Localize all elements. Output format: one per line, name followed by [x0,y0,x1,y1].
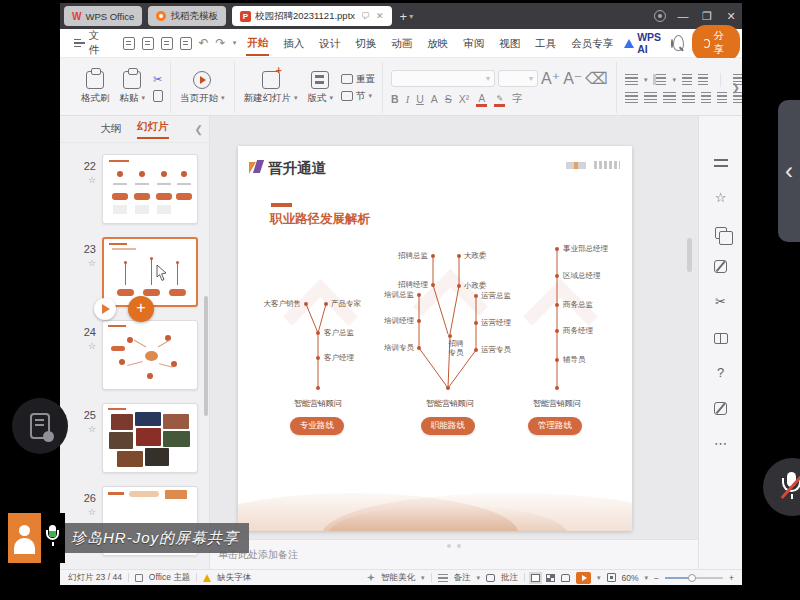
help-icon[interactable]: ? [713,365,729,381]
output-pdf-icon[interactable] [142,37,154,50]
zoom-slider[interactable] [665,577,723,579]
cut-icon[interactable]: ✂ [153,73,162,86]
star-icon[interactable]: ☆ [88,341,96,351]
strikethrough-button[interactable]: S [445,93,452,105]
thumbnail[interactable] [102,154,198,224]
close-tab-icon[interactable]: ✕ [376,11,384,21]
star-icon[interactable]: ☆ [88,175,96,185]
font-name-select[interactable]: ▾ [391,70,495,87]
print-preview-icon[interactable] [180,37,192,50]
tab-presentation-file[interactable]: P 校园招聘20231121.pptx 🗩 ✕ [232,6,392,26]
toolbar-expand-chevron-icon[interactable]: ❯ [732,82,740,93]
align-right-icon[interactable] [663,92,676,103]
share-button[interactable]: 分享 [692,25,740,61]
undo-icon[interactable]: ↶ [199,36,209,50]
redo-icon[interactable]: ↷ [216,36,226,50]
vc-panel-collapse-tab[interactable]: ‹ [778,100,800,242]
comment-bubble-icon[interactable]: 🗩 [361,11,370,21]
decrease-font-icon[interactable]: A⁻ [563,69,582,88]
thumbnail[interactable] [102,237,198,307]
zoom-in-button[interactable]: + [729,573,734,583]
play-options-chevron-icon[interactable]: ▾ [597,574,601,582]
panel-scrollbar[interactable] [204,296,208,416]
file-menu[interactable]: 文件 [74,29,103,57]
quickbar-chevron-icon[interactable]: ▾ [233,39,237,47]
tab-design[interactable]: 设计 [318,31,341,55]
more-tools-icon[interactable]: ⋯ [713,436,729,452]
italic-button[interactable]: I [406,94,410,105]
object-properties-icon[interactable] [714,159,728,169]
slide-canvas[interactable]: 晋升通道 职业路径发展解析 [238,146,632,531]
paste-button[interactable]: 粘贴▾ [118,71,148,105]
favorites-star-icon[interactable]: ☆ [713,190,729,206]
window-restore-button[interactable]: ❐ [700,10,714,23]
paragraph-settings-icon[interactable] [733,92,742,103]
wps-ai-button[interactable]: WPS AI [624,31,661,55]
decrease-indent-icon[interactable] [682,74,692,85]
guide-book-icon[interactable] [714,333,728,344]
star-icon[interactable]: ☆ [88,424,96,434]
zoom-level[interactable]: 60% [622,573,639,583]
tab-wps-home[interactable]: W WPS Office [64,6,142,26]
increase-font-icon[interactable]: A⁺ [541,69,560,88]
columns-icon[interactable] [717,92,727,103]
font-color-button[interactable]: A [476,94,487,105]
tab-member-exclusive[interactable]: 会员专享 [570,31,614,55]
slide-thumb-25[interactable]: 25 ☆ [70,403,205,473]
tab-outline[interactable]: 大纲 [100,122,121,136]
superscript-button[interactable]: X² [459,93,470,105]
beautify-button[interactable]: 智能美化 [381,572,415,584]
thumbnail[interactable] [102,403,198,473]
tab-docer-templates[interactable]: 找稻壳模板 [148,6,226,26]
notes-button[interactable]: 备注 [454,572,471,584]
layout-button[interactable]: 版式▾ [306,71,336,105]
tab-insert[interactable]: 插入 [282,31,305,55]
tab-transitions[interactable]: 切换 [354,31,377,55]
format-painter-button[interactable]: 格式刷 [79,71,112,105]
align-center-icon[interactable] [644,92,657,103]
bullets-icon[interactable] [625,74,638,85]
tab-tools[interactable]: 工具 [534,31,557,55]
shadow-button[interactable]: A [431,93,438,105]
text-effects-button[interactable]: 字 [512,92,523,106]
tab-home[interactable]: 开始 [246,30,269,56]
star-icon[interactable]: ☆ [88,258,96,268]
thumbnail[interactable] [102,320,198,390]
zoom-slider-knob[interactable] [688,574,696,582]
tab-list-chevron-icon[interactable]: ▾ [409,12,413,21]
slide-sorter-view-button[interactable] [546,574,555,582]
sign-pen-icon[interactable] [714,260,727,273]
slideshow-play-button[interactable] [576,572,591,584]
vc-device-button[interactable] [12,398,68,454]
notes-bar[interactable]: 单击此处添加备注 [210,539,698,569]
cut-tools-icon[interactable]: ✂ [713,294,729,310]
new-tab-button[interactable]: + [400,9,408,24]
underline-button[interactable]: U [416,93,424,105]
thumb-play-button[interactable] [94,298,116,320]
reading-view-button[interactable] [561,574,570,582]
tab-slideshow[interactable]: 放映 [426,31,449,55]
highlight-color-button[interactable]: ✎ [494,94,505,105]
tab-animations[interactable]: 动画 [390,31,413,55]
window-minimize-button[interactable]: — [676,10,690,22]
vc-mute-button[interactable] [763,458,800,516]
tab-review[interactable]: 审阅 [462,31,485,55]
notes-splitter-handle[interactable] [447,544,461,548]
slide-thumb-23-selected[interactable]: 23 ☆ [70,237,205,307]
numbering-icon[interactable] [653,74,666,85]
resources-layers-icon[interactable] [715,227,727,239]
comments-button[interactable]: 批注 [501,572,518,584]
tab-slides[interactable]: 幻灯片 [137,120,169,139]
main-scrollbar[interactable] [687,238,692,272]
save-icon[interactable] [123,37,135,50]
panel-collapse-chevron-icon[interactable]: ❮ [195,124,203,135]
skin-settings-icon[interactable] [714,402,727,415]
normal-view-button[interactable] [531,574,540,582]
thumb-add-slide-button[interactable]: + [128,296,154,322]
play-from-current-button[interactable]: 当页开始▾ [178,71,227,105]
missing-font-warning[interactable]: 缺失字体 [217,572,251,584]
account-avatar-icon[interactable] [654,10,666,22]
clear-format-icon[interactable]: ⌫ [585,69,608,88]
tab-view[interactable]: 视图 [498,31,521,55]
font-size-select[interactable]: ▾ [498,70,538,87]
